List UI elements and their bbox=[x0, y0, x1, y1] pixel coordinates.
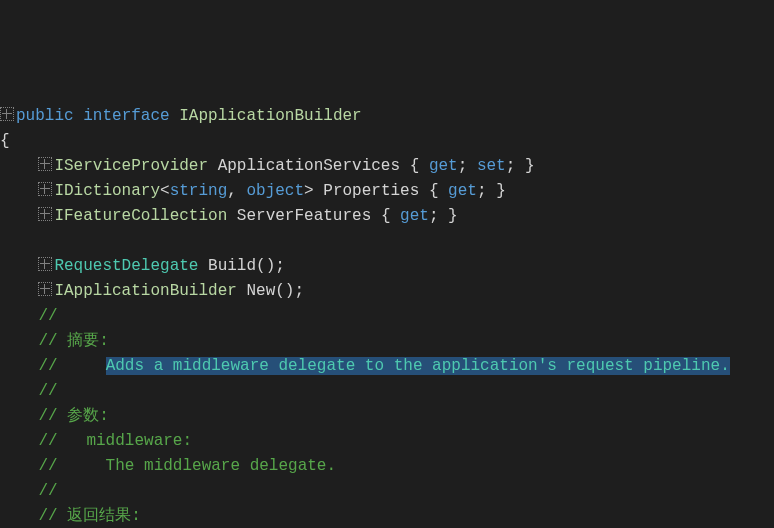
member-name: ApplicationServices bbox=[218, 157, 400, 175]
keyword-interface: interface bbox=[83, 107, 169, 125]
outline-toggle[interactable] bbox=[38, 257, 52, 271]
code-editor[interactable]: public interface IApplicationBuilder { I… bbox=[0, 104, 774, 528]
selected-text[interactable]: Adds a middleware delegate to the applic… bbox=[106, 357, 730, 375]
line: IFeatureCollection ServerFeatures { get;… bbox=[0, 207, 458, 225]
member-name: ServerFeatures bbox=[237, 207, 371, 225]
keyword-set: set bbox=[477, 157, 506, 175]
type-name: IServiceProvider bbox=[54, 157, 208, 175]
comment-line: // bbox=[0, 307, 58, 325]
type-name: RequestDelegate bbox=[54, 257, 198, 275]
brace-open: { bbox=[0, 132, 10, 150]
outline-toggle[interactable] bbox=[38, 157, 52, 171]
line: IApplicationBuilder New(); bbox=[0, 282, 304, 300]
keyword-public: public bbox=[16, 107, 74, 125]
outline-toggle[interactable] bbox=[38, 207, 52, 221]
line: IServiceProvider ApplicationServices { g… bbox=[0, 157, 535, 175]
outline-toggle[interactable] bbox=[38, 182, 52, 196]
type-name: IFeatureCollection bbox=[54, 207, 227, 225]
comment-line: // The middleware delegate. bbox=[0, 457, 336, 475]
comment-line: // bbox=[0, 382, 58, 400]
outline-toggle[interactable] bbox=[0, 107, 14, 121]
keyword-string: string bbox=[170, 182, 228, 200]
type-name: IApplicationBuilder bbox=[54, 282, 236, 300]
comment-line: // 返回结果: bbox=[0, 507, 141, 525]
type-name: IDictionary bbox=[54, 182, 160, 200]
comment-line: // Adds a middleware delegate to the app… bbox=[0, 357, 730, 375]
comment-line: // bbox=[0, 482, 58, 500]
keyword-object: object bbox=[246, 182, 304, 200]
comment-line: // middleware: bbox=[0, 432, 192, 450]
comment-line: // 参数: bbox=[0, 407, 109, 425]
keyword-get: get bbox=[400, 207, 429, 225]
method-name: New bbox=[246, 282, 275, 300]
line: IDictionary<string, object> Properties {… bbox=[0, 182, 506, 200]
method-name: Build bbox=[208, 257, 256, 275]
type-name: IApplicationBuilder bbox=[179, 107, 361, 125]
keyword-get: get bbox=[429, 157, 458, 175]
outline-toggle[interactable] bbox=[38, 282, 52, 296]
line: RequestDelegate Build(); bbox=[0, 257, 285, 275]
comment-line: // 摘要: bbox=[0, 332, 109, 350]
member-name: Properties bbox=[323, 182, 419, 200]
line: public interface IApplicationBuilder bbox=[0, 107, 362, 125]
keyword-get: get bbox=[448, 182, 477, 200]
